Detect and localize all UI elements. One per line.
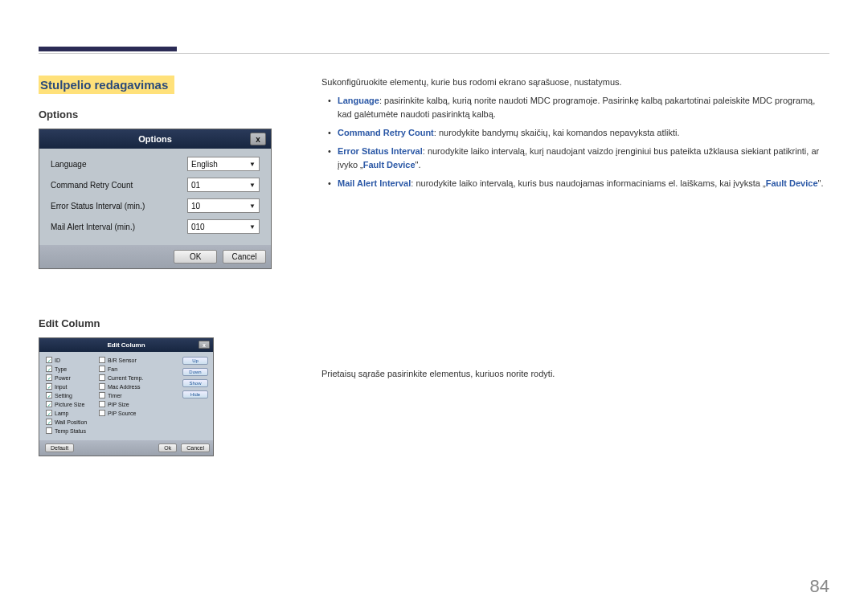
checkbox-icon[interactable] — [99, 357, 105, 363]
term-error: Error Status Interval — [338, 146, 423, 156]
checkbox-row[interactable]: Mac Address — [99, 383, 149, 390]
ok-button[interactable]: OK — [174, 250, 217, 264]
checkbox-label: Lamp — [55, 411, 69, 416]
ok-button[interactable]: Ok — [158, 443, 177, 452]
checkbox-row[interactable]: Picture Size — [46, 401, 96, 407]
right-column: Sukonfigūruokite elementų, kurie bus rod… — [321, 76, 829, 456]
mail-select[interactable]: 010 ▼ — [187, 219, 260, 234]
edit-column-title: Edit Column — [107, 341, 145, 349]
retry-value: 01 — [191, 181, 200, 190]
checkbox-row[interactable]: Setting — [46, 392, 96, 398]
checkbox-row[interactable]: Timer — [99, 392, 149, 398]
header-divider — [39, 53, 829, 54]
up-button[interactable]: Up — [182, 357, 208, 365]
checkbox-icon[interactable] — [46, 366, 52, 372]
checkbox-label: B/R Sensor — [108, 358, 137, 363]
error-value: 10 — [191, 202, 200, 210]
hide-button[interactable]: Hide — [182, 390, 208, 398]
section-title: Stulpelio redagavimas — [39, 76, 174, 94]
chevron-down-icon: ▼ — [249, 223, 256, 231]
option-label: Language — [51, 160, 187, 169]
cancel-button[interactable]: Cancel — [181, 443, 210, 452]
checkbox-row[interactable]: Type — [46, 366, 96, 372]
options-heading: Options — [39, 108, 272, 121]
checkbox-icon[interactable] — [46, 427, 52, 434]
checkbox-row[interactable]: PIP Source — [99, 410, 149, 416]
mail-value: 010 — [191, 223, 205, 231]
checkbox-icon[interactable] — [46, 392, 52, 398]
checkbox-label: Type — [55, 366, 67, 372]
checkbox-row[interactable]: Wall Position — [46, 419, 96, 425]
list-item: Error Status Interval: nurodykite laiko … — [328, 145, 829, 172]
chevron-down-icon: ▼ — [249, 202, 256, 210]
default-button[interactable]: Default — [45, 443, 74, 452]
edit-column-dialog: Edit Column x IDTypePowerInputSettingPic… — [39, 337, 214, 456]
checkbox-row[interactable]: Temp Status — [46, 427, 96, 434]
error-select[interactable]: 10 ▼ — [187, 198, 260, 213]
checkbox-label: ID — [55, 358, 60, 363]
checkbox-icon[interactable] — [99, 383, 105, 390]
options-dialog-title: Options — [138, 134, 172, 144]
edit-column-list-1: IDTypePowerInputSettingPicture SizeLampW… — [46, 357, 96, 439]
checkbox-icon[interactable] — [46, 401, 52, 407]
checkbox-row[interactable]: Current Temp. — [99, 374, 149, 381]
close-icon[interactable]: x — [250, 133, 266, 145]
checkbox-label: Fan — [108, 366, 117, 372]
chevron-down-icon: ▼ — [249, 182, 256, 189]
left-column: Stulpelio redagavimas Options Options x … — [39, 76, 272, 456]
checkbox-icon[interactable] — [99, 401, 105, 407]
checkbox-label: Input — [55, 384, 68, 390]
language-select[interactable]: English ▼ — [187, 157, 260, 171]
option-row-mail: Mail Alert Interval (min.) 010 ▼ — [51, 219, 260, 234]
checkbox-row[interactable]: Fan — [99, 366, 149, 372]
term-retry: Command Retry Count — [338, 128, 434, 137]
checkbox-icon[interactable] — [46, 383, 52, 390]
checkbox-label: Timer — [108, 393, 122, 398]
option-row-language: Language English ▼ — [51, 157, 260, 171]
checkbox-icon[interactable] — [99, 410, 105, 416]
checkbox-label: Wall Position — [55, 419, 87, 425]
edit-column-list-2: B/R SensorFanCurrent Temp.Mac AddressTim… — [99, 357, 149, 439]
checkbox-icon[interactable] — [46, 419, 52, 425]
options-dialog-body: Language English ▼ Command Retry Count 0… — [39, 149, 271, 245]
close-icon[interactable]: x — [199, 341, 210, 349]
options-description-list: Language: pasirinkite kalbą, kurią norit… — [321, 94, 829, 190]
retry-select[interactable]: 01 ▼ — [187, 178, 260, 192]
options-dialog: Options x Language English ▼ Command Ret… — [39, 129, 272, 269]
checkbox-row[interactable]: Power — [46, 374, 96, 381]
checkbox-label: Current Temp. — [108, 375, 143, 381]
down-button[interactable]: Down — [182, 368, 208, 376]
cancel-button[interactable]: Cancel — [223, 250, 266, 264]
desc-text: ". — [416, 160, 421, 170]
checkbox-row[interactable]: B/R Sensor — [99, 357, 149, 363]
checkbox-icon[interactable] — [99, 366, 105, 372]
option-row-error: Error Status Interval (min.) 10 ▼ — [51, 198, 260, 213]
checkbox-label: PIP Source — [108, 411, 136, 416]
list-item: Mail Alert Interval: nurodykite laiko in… — [328, 177, 829, 190]
option-label: Command Retry Count — [51, 181, 187, 190]
show-button[interactable]: Show — [182, 379, 208, 387]
checkbox-row[interactable]: Input — [46, 383, 96, 390]
checkbox-row[interactable]: PIP Size — [99, 401, 149, 407]
desc-text: : nurodykite laiko intervalą, kuris bus … — [411, 178, 765, 188]
page-body: Stulpelio redagavimas Options Options x … — [39, 76, 829, 456]
edit-column-footer: Default Ok Cancel — [39, 440, 213, 456]
checkbox-label: PIP Size — [108, 402, 129, 407]
intro-text: Sukonfigūruokite elementų, kurie bus rod… — [321, 76, 829, 89]
header-accent-bar — [39, 47, 177, 51]
desc-text: : nurodykite bandymų skaičių, kai komand… — [434, 128, 680, 137]
fault-device-term: Fault Device — [363, 160, 416, 170]
option-row-retry: Command Retry Count 01 ▼ — [51, 178, 260, 192]
page-number: 84 — [810, 576, 829, 597]
checkbox-icon[interactable] — [99, 392, 105, 398]
edit-column-titlebar: Edit Column x — [39, 338, 213, 352]
checkbox-row[interactable]: Lamp — [46, 410, 96, 416]
checkbox-icon[interactable] — [46, 374, 52, 381]
checkbox-icon[interactable] — [99, 374, 105, 381]
checkbox-icon[interactable] — [46, 410, 52, 416]
checkbox-label: Power — [55, 375, 71, 381]
checkbox-row[interactable]: ID — [46, 357, 96, 363]
checkbox-icon[interactable] — [46, 357, 52, 363]
checkbox-label: Setting — [55, 393, 72, 398]
fault-device-term: Fault Device — [766, 178, 818, 188]
